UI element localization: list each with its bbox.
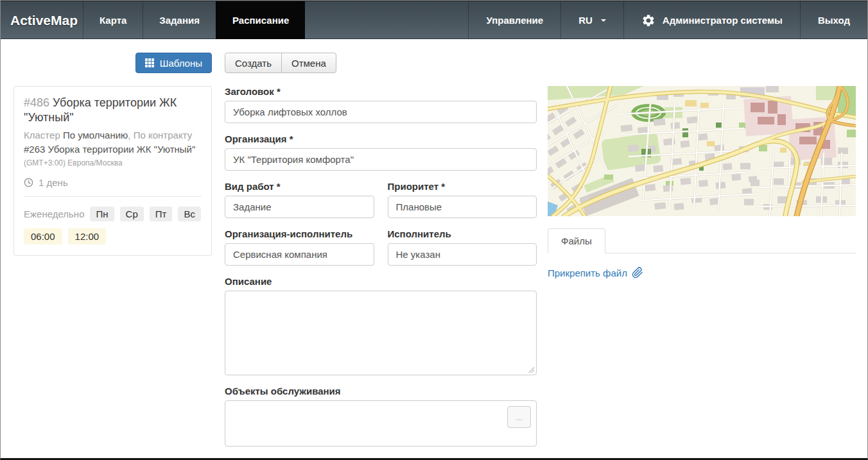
contractor-input[interactable] <box>225 243 374 266</box>
organization-input[interactable] <box>225 148 537 171</box>
assignee-input[interactable] <box>388 243 537 266</box>
card-divider <box>24 196 202 197</box>
gear-icon <box>641 13 655 28</box>
map-preview[interactable] <box>548 86 856 216</box>
title-input[interactable] <box>225 101 537 123</box>
language-dropdown[interactable]: RU <box>560 1 623 39</box>
day-badge: Пт <box>150 207 173 221</box>
top-navbar: ActiveMap Карта Задания Расписание Управ… <box>1 1 867 39</box>
chevron-down-icon <box>601 19 606 22</box>
organization-label: Организация * <box>225 133 537 144</box>
time-badge: 12:00 <box>68 228 107 244</box>
contractor-label: Организация-исполнитель <box>225 228 374 239</box>
grid-icon <box>145 58 154 67</box>
templates-button[interactable]: Шаблоны <box>135 53 212 73</box>
recurrence-row: Еженедельно Пн Ср Пт Вс <box>24 207 202 221</box>
clock-icon <box>24 178 33 187</box>
task-form: Заголовок * Организация * Вид работ * Пр… <box>225 86 537 457</box>
app-window: ActiveMap Карта Задания Расписание Управ… <box>0 0 868 460</box>
schedule-template-card[interactable]: #486 Уборка территории ЖК "Уютный" Класт… <box>13 86 212 256</box>
tab-tasks[interactable]: Задания <box>143 1 216 39</box>
recurrence-label: Еженедельно <box>24 209 84 219</box>
times-row: 06:00 12:00 <box>24 228 202 244</box>
priority-input[interactable] <box>388 196 537 218</box>
duration-row: 1 день <box>24 177 202 188</box>
right-panel: Файлы Прикрепить файл <box>548 86 856 279</box>
cancel-button[interactable]: Отмена <box>281 53 336 73</box>
tab-schedule[interactable]: Расписание <box>216 1 305 39</box>
work-type-label: Вид работ * <box>225 181 374 192</box>
form-actions: Создать Отмена <box>225 53 336 73</box>
card-title: #486 Уборка территории ЖК "Уютный" <box>24 96 202 124</box>
timezone-label: (GMT+3:00) Европа/Москва <box>24 158 202 167</box>
day-badge: Пн <box>90 207 114 221</box>
description-label: Описание <box>225 276 537 287</box>
service-objects-box[interactable]: ... <box>225 400 537 447</box>
day-badge: Ср <box>120 207 144 221</box>
attach-file-link[interactable]: Прикрепить файл <box>548 267 643 278</box>
priority-label: Приоритет * <box>388 181 537 192</box>
files-tabs: Файлы <box>548 228 856 253</box>
service-objects-label: Объекты обслуживания <box>225 386 537 396</box>
browse-objects-button[interactable]: ... <box>507 406 531 428</box>
logout-button[interactable]: Выход <box>800 1 867 39</box>
time-badge: 06:00 <box>24 228 62 244</box>
day-badge: Вс <box>178 207 201 221</box>
paperclip-icon <box>632 267 643 278</box>
navbar-right: Управление RU Администратор системы Выхо… <box>468 1 867 39</box>
management-menu[interactable]: Управление <box>468 1 560 39</box>
description-textarea[interactable] <box>225 291 537 375</box>
create-button[interactable]: Создать <box>225 53 282 73</box>
title-label: Заголовок * <box>225 86 537 97</box>
brand-logo: ActiveMap <box>1 1 83 39</box>
main-content: #486 Уборка территории ЖК "Уютный" Класт… <box>1 86 867 457</box>
user-menu[interactable]: Администратор системы <box>623 1 800 39</box>
toolbar: Шаблоны Создать Отмена <box>1 53 867 73</box>
tab-files[interactable]: Файлы <box>548 228 605 253</box>
assignee-label: Исполнитель <box>388 228 537 239</box>
tab-map[interactable]: Карта <box>83 1 143 39</box>
task-id: #486 <box>24 96 49 109</box>
work-type-input[interactable] <box>225 196 374 218</box>
duration-label: 1 день <box>39 177 68 188</box>
card-meta: Кластер По умолчанию, По контракту #263 … <box>24 128 202 157</box>
